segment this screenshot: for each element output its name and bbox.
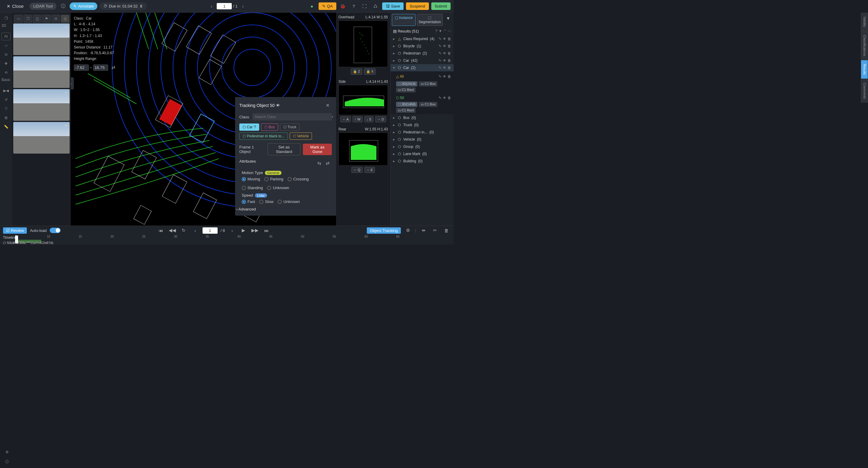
- class-row[interactable]: ▸⬡Building (0): [391, 158, 454, 165]
- object-item-49[interactable]: △ 49✎👁🗑⬚ 3D(2414)▭ C1 Box▭ C1 Rect: [391, 71, 454, 94]
- flag-icon[interactable]: ⚑: [42, 15, 51, 23]
- flip-icon[interactable]: ▶◀: [1, 87, 10, 95]
- tab-segmentation[interactable]: ⬚ Segmentation: [417, 14, 443, 26]
- nav-a-button[interactable]: ← A: [340, 116, 351, 122]
- nav-e-button[interactable]: → E: [364, 167, 375, 173]
- lidar-canvas[interactable]: ‹: [71, 13, 336, 226]
- loop-icon[interactable]: ↻: [180, 226, 188, 235]
- frame-input[interactable]: [217, 3, 232, 9]
- overhead-view[interactable]: [338, 21, 388, 67]
- move-icon[interactable]: ✥: [1, 60, 10, 67]
- n-icon[interactable]: Ⲛ: [52, 15, 60, 23]
- class-row[interactable]: ▸⬡Car (42)✎👁🗑: [391, 57, 454, 64]
- eye-icon[interactable]: 👁: [64, 124, 68, 128]
- lock-x-button[interactable]: 🔒 X: [364, 68, 375, 75]
- nav-s-button[interactable]: ↓ S: [364, 116, 373, 122]
- bug-icon[interactable]: 🐞: [339, 2, 347, 10]
- eye-icon[interactable]: 👁: [64, 58, 68, 62]
- prev-frame-icon[interactable]: ‹: [207, 2, 216, 10]
- filter-icon[interactable]: ▽: [1, 105, 10, 113]
- annotate-button[interactable]: ✎ Annotate: [70, 2, 97, 10]
- radio-slow[interactable]: Slow: [259, 199, 273, 204]
- height-min-input[interactable]: [74, 64, 89, 71]
- ruler-icon[interactable]: 📏: [1, 123, 10, 131]
- lock-z-button[interactable]: 🔒 Z: [351, 68, 362, 75]
- fullscreen-icon[interactable]: ⛶: [361, 2, 369, 10]
- attr-collapse-icon[interactable]: ⇆: [315, 159, 323, 167]
- undo-icon[interactable]: ↺: [1, 96, 10, 104]
- object-tracking-button[interactable]: Object Tracking: [367, 227, 401, 234]
- timeline-frame-input[interactable]: [203, 227, 218, 234]
- rotate-icon[interactable]: ⟲: [1, 69, 10, 76]
- chip-pedestrian[interactable]: ⬡ Pedestrian in black to...: [239, 133, 288, 140]
- path-icon[interactable]: Ⲛ: [1, 51, 10, 59]
- camera-thumb-2[interactable]: 👁: [13, 56, 70, 88]
- collapse-thumbs-icon[interactable]: ‹: [71, 77, 74, 90]
- radio-unknown-speed[interactable]: Unknown: [278, 199, 300, 204]
- class-row[interactable]: ▸⬡Group (0): [391, 143, 454, 150]
- camera-thumb-3[interactable]: 👁: [13, 89, 70, 121]
- info-icon[interactable]: ⓘ: [59, 2, 67, 10]
- target-icon[interactable]: ◎: [61, 15, 69, 23]
- class-row[interactable]: ▸⬡Lane Mark (0): [391, 150, 454, 158]
- cut-icon[interactable]: ✂: [431, 226, 439, 235]
- camera-thumb-4[interactable]: 👁: [13, 122, 70, 154]
- eye-icon[interactable]: 👁: [64, 91, 68, 95]
- close-panel-icon[interactable]: ✕: [323, 101, 332, 110]
- swap-icon[interactable]: ⇄: [109, 63, 118, 72]
- sync-icon[interactable]: ♺: [371, 2, 380, 10]
- play-icon[interactable]: ▶: [239, 226, 248, 235]
- height-max-input[interactable]: [93, 64, 108, 71]
- chip-truck[interactable]: ⬡ Truck: [280, 124, 300, 131]
- class-row[interactable]: ▸⬡Bicycle (1)✎👁🗑: [391, 42, 454, 50]
- nav-w-button[interactable]: ↑ W: [352, 116, 363, 122]
- nav-q-button[interactable]: ← Q: [351, 167, 363, 173]
- radio-moving[interactable]: Moving: [242, 177, 260, 181]
- chip-car[interactable]: ⬡ Car ?: [239, 124, 259, 131]
- next-icon[interactable]: ›: [228, 226, 236, 235]
- prev-icon[interactable]: ‹: [191, 226, 199, 235]
- chip-vehicle[interactable]: ⬡ Vehicle: [290, 133, 312, 140]
- radio-parking[interactable]: Parking: [264, 177, 283, 181]
- class-row[interactable]: ▸⬡Bus (0): [391, 114, 454, 121]
- class-row[interactable]: ▸⬡Truck (0): [391, 121, 454, 129]
- radio-standing[interactable]: Standing: [242, 186, 263, 190]
- class-row[interactable]: ▸⬡Vehicle (0): [391, 136, 454, 143]
- next-frame-icon[interactable]: ›: [239, 2, 247, 10]
- filter-icon-2[interactable]: ▼: [438, 29, 442, 33]
- collapse-all-icon[interactable]: ⌃: [443, 29, 446, 33]
- rect-stack-icon[interactable]: ❐: [24, 15, 32, 23]
- object-item-50[interactable]: ⬡ 50✎👁🗑⬚ 3D(1458)▭ C1 Box▭ C1 Rect: [391, 94, 454, 114]
- attr-expand-icon[interactable]: ⇄: [323, 159, 332, 167]
- rect-tool-icon[interactable]: ▭: [14, 15, 23, 23]
- timeline-track[interactable]: [15, 240, 451, 243]
- submit-button[interactable]: Submit: [431, 2, 451, 10]
- advanced-toggle[interactable]: › Advanced: [236, 207, 332, 211]
- radio-unknown-motion[interactable]: Unknown: [267, 186, 289, 190]
- class-row[interactable]: ▸△Class Required (4)✎👁🗑: [391, 35, 454, 42]
- save-button[interactable]: 🖫 Save: [382, 2, 404, 10]
- autoload-toggle[interactable]: [50, 228, 61, 233]
- review-button[interactable]: ☑ Review: [3, 227, 27, 234]
- tab-instance[interactable]: ▢ Instance: [392, 14, 415, 26]
- polygon-icon[interactable]: ▱: [1, 41, 10, 49]
- rewind-icon[interactable]: ◀◀: [168, 226, 177, 235]
- search-class-input[interactable]: [252, 113, 332, 121]
- forward-icon[interactable]: ▶▶: [251, 226, 259, 235]
- camera-thumb-1[interactable]: 👁: [13, 24, 70, 55]
- help-icon[interactable]: ?: [350, 2, 358, 10]
- delete-track-icon[interactable]: 🗑: [442, 226, 451, 235]
- skip-end-icon[interactable]: ⏭: [262, 226, 271, 235]
- filter-results-icon[interactable]: ▼: [444, 14, 453, 22]
- set-standard-button[interactable]: Set as Standard: [268, 143, 301, 156]
- class-row-car-open[interactable]: ▾⬡Car (2)✎👁🗑: [391, 64, 454, 71]
- rect-3d-icon[interactable]: ◫: [33, 15, 41, 23]
- tracking-settings-icon[interactable]: ⚙: [404, 226, 412, 235]
- more-icon[interactable]: ⋯: [447, 29, 451, 33]
- close-button[interactable]: ✕ Close: [3, 2, 27, 10]
- rear-view[interactable]: [338, 133, 388, 166]
- chip-bus[interactable]: ⬡ Bus: [261, 124, 278, 131]
- radio-crossing[interactable]: Crossing: [287, 177, 309, 181]
- split-icon[interactable]: ⇹: [419, 226, 428, 235]
- eye-icon[interactable]: 👁: [64, 25, 68, 30]
